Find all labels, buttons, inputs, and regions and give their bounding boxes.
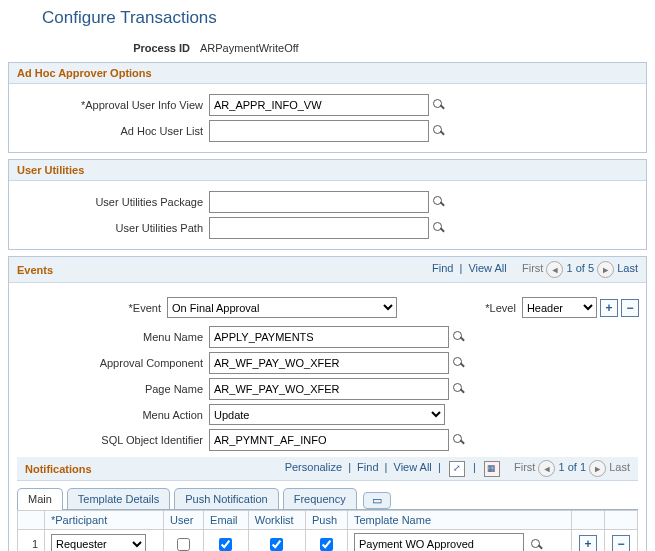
level-select[interactable]: Header [522,297,597,318]
col-push: Push [306,511,348,530]
tab-template-details[interactable]: Template Details [67,488,170,509]
approval-view-input[interactable] [209,94,429,116]
col-participant: *Participant [45,511,164,530]
notif-last-label: Last [609,461,630,473]
delete-row-button[interactable]: − [621,299,639,317]
event-select[interactable]: On Final Approval [167,297,397,318]
grid-header-row: *Participant User Email Worklist Push Te… [18,511,638,530]
process-id-value: ARPaymentWriteOff [196,40,303,56]
events-title: Events [17,264,53,276]
process-id-label: Process ID [0,42,196,54]
sql-obj-label: SQL Object Identifier [13,434,209,446]
notifications-grid: *Participant User Email Worklist Push Te… [17,510,638,551]
tab-push-notification[interactable]: Push Notification [174,488,279,509]
template-name-input[interactable] [354,533,524,551]
lookup-icon[interactable] [452,433,466,447]
push-checkbox[interactable] [320,538,333,551]
participant-select[interactable]: Requester [51,534,146,552]
user-checkbox[interactable] [177,538,190,551]
page-name-label: Page Name [13,383,209,395]
menu-action-label: Menu Action [13,409,209,421]
events-next-button[interactable]: ► [597,261,614,278]
notif-find-link[interactable]: Find [357,461,378,473]
adhoc-userlist-input[interactable] [209,120,429,142]
adhoc-userlist-label: Ad Hoc User List [13,125,209,137]
lookup-icon[interactable] [452,330,466,344]
lookup-icon[interactable] [452,382,466,396]
user-utilities-section: User Utilities User Utilities Package Us… [8,159,647,250]
lookup-icon[interactable] [432,98,446,112]
tab-show-all-button[interactable]: ▭ [363,492,391,509]
row-num: 1 [18,530,45,552]
col-user: User [164,511,204,530]
menu-name-label: Menu Name [13,331,209,343]
menu-name-input[interactable] [209,326,449,348]
lookup-icon[interactable] [452,356,466,370]
worklist-checkbox[interactable] [270,538,283,551]
lookup-icon[interactable] [530,538,544,551]
menu-action-select[interactable]: Update [209,404,445,425]
approval-view-label: *Approval User Info View [13,99,209,111]
approval-comp-input[interactable] [209,352,449,374]
page-title: Configure Transactions [42,8,655,28]
level-label: *Level [485,302,522,314]
util-path-input[interactable] [209,217,429,239]
col-worklist: Worklist [248,511,305,530]
lookup-icon[interactable] [432,195,446,209]
notifications-title: Notifications [25,463,92,475]
notif-prev-button[interactable]: ◄ [538,460,555,477]
util-package-label: User Utilities Package [13,196,209,208]
adhoc-section: Ad Hoc Approver Options *Approval User I… [8,62,647,153]
approval-comp-label: Approval Component [13,357,209,369]
events-find-link[interactable]: Find [432,262,453,274]
col-template-name: Template Name [347,511,571,530]
util-package-input[interactable] [209,191,429,213]
lookup-icon[interactable] [432,221,446,235]
table-row: 1 Requester + − [18,530,638,552]
notif-first-label: First [514,461,535,473]
download-icon[interactable]: ▦ [484,461,500,477]
events-first-label: First [522,262,543,274]
page-name-input[interactable] [209,378,449,400]
zoom-icon[interactable]: ⤢ [449,461,465,477]
tab-main[interactable]: Main [17,488,63,510]
notif-viewall-link[interactable]: View All [394,461,432,473]
events-section: Events Find | View All First ◄ 1 of 5 ► … [8,256,647,551]
add-row-button[interactable]: + [600,299,618,317]
event-label: *Event [13,302,167,314]
events-counter: 1 of 5 [567,262,595,274]
events-last-link[interactable]: Last [617,262,638,274]
adhoc-title: Ad Hoc Approver Options [9,63,646,84]
events-prev-button[interactable]: ◄ [546,261,563,278]
lookup-icon[interactable] [432,124,446,138]
row-delete-button[interactable]: − [612,535,630,551]
user-utilities-title: User Utilities [9,160,646,181]
sql-obj-input[interactable] [209,429,449,451]
row-add-button[interactable]: + [579,535,597,551]
col-email: Email [204,511,249,530]
notif-counter: 1 of 1 [559,461,587,473]
util-path-label: User Utilities Path [13,222,209,234]
email-checkbox[interactable] [219,538,232,551]
notif-next-button[interactable]: ► [589,460,606,477]
tab-frequency[interactable]: Frequency [283,488,357,509]
events-viewall-link[interactable]: View All [468,262,506,274]
notif-personalize-link[interactable]: Personalize [285,461,342,473]
